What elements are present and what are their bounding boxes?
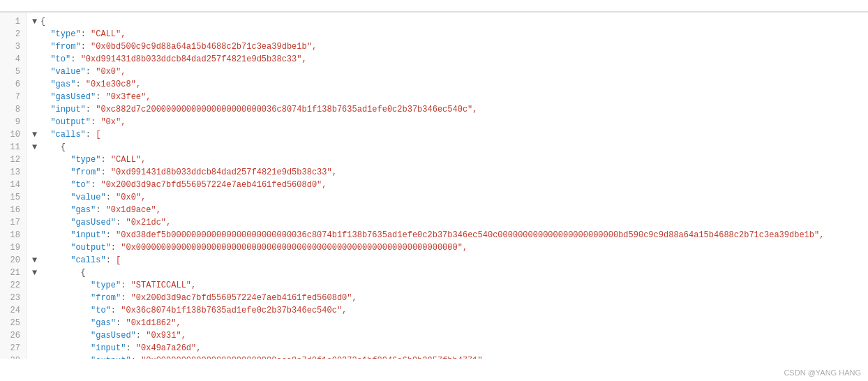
toggle-placeholder (32, 91, 39, 103)
json-value: "0x3fee", (106, 91, 151, 103)
line-number: 25 (6, 317, 20, 329)
json-key: "calls" (70, 254, 105, 267)
indent-space (40, 53, 50, 66)
json-key: "output" (91, 354, 131, 359)
code-line: "from": "0x200d3d9ac7bfd556057224e7aeb41… (32, 292, 862, 304)
line-number: 3 (6, 40, 20, 53)
json-value: "0x0bd500c9c9d88a64a15b4688c2b71c3ea39db… (91, 40, 317, 53)
line-number: 19 (6, 241, 20, 254)
line-number: 9 (6, 116, 20, 128)
json-key: "gas" (70, 204, 96, 216)
indent-space (40, 128, 50, 141)
json-colon: : (86, 66, 96, 78)
toggle-placeholder (32, 354, 39, 359)
code-line: "gas": "0x1d9ace", (32, 204, 862, 216)
line-number: 11 (6, 141, 20, 154)
code-line: "input": "0xc882d7c200000000000000000000… (32, 103, 862, 116)
json-value: "0x21dc", (126, 216, 171, 229)
line-number: 1 (6, 15, 20, 28)
json-bracket: { (81, 267, 86, 279)
json-colon: : (111, 241, 121, 254)
line-number: 23 (6, 292, 20, 304)
toggle-placeholder (32, 329, 39, 342)
json-colon: : (70, 53, 80, 66)
indent-space (40, 78, 50, 91)
line-number: 6 (6, 78, 20, 91)
indent-space (40, 166, 70, 179)
line-number: 22 (6, 279, 20, 292)
indent-space (40, 154, 70, 166)
toggle-icon[interactable]: ▼ (32, 141, 39, 154)
indent-space (40, 103, 50, 116)
indent-space (40, 116, 50, 128)
json-colon: : (116, 216, 126, 229)
toggle-placeholder (32, 103, 39, 116)
json-value: "0x000000000000000000000000aca8c7d0f1e90… (141, 354, 483, 359)
toggle-icon[interactable]: ▼ (32, 267, 39, 279)
json-key: "output" (70, 241, 111, 254)
json-key: "type" (70, 154, 100, 166)
json-value: "0xd991431d8b033ddcb84dad257f4821e9d5b38… (81, 53, 307, 66)
json-key: "calls" (50, 128, 85, 141)
indent-space (40, 329, 91, 342)
code-line: "type": "CALL", (32, 154, 862, 166)
line-numbers: 1234567891011121314151617181920212223242… (0, 13, 27, 359)
line-number: 15 (6, 191, 20, 204)
toggle-placeholder (32, 66, 39, 78)
toggle-placeholder (32, 179, 39, 191)
toggle-placeholder (32, 216, 39, 229)
code-line: "gasUsed": "0x931", (32, 329, 862, 342)
code-line: "gas": "0x1e30c8", (32, 78, 862, 91)
code-line: ▼ { (32, 15, 862, 28)
code-line: "gas": "0x1d1862", (32, 317, 862, 329)
json-colon: : (131, 354, 141, 359)
toggle-placeholder (32, 229, 39, 241)
toggle-placeholder (32, 292, 39, 304)
json-colon: : (106, 229, 116, 241)
json-value: "0x0", (116, 191, 146, 204)
code-line: ▼ { (32, 267, 862, 279)
toggle-placeholder (32, 28, 39, 40)
indent-space (40, 354, 91, 359)
json-key: "to" (50, 53, 70, 66)
toggle-placeholder (32, 317, 39, 329)
json-colon: : (86, 128, 96, 141)
json-value: "CALL", (91, 28, 126, 40)
line-number: 14 (6, 179, 20, 191)
indent-space (40, 141, 61, 154)
json-colon: : (116, 317, 126, 329)
json-key: "from" (70, 166, 100, 179)
json-colon: : (100, 166, 110, 179)
json-colon: : (91, 179, 100, 191)
code-line: "gasUsed": "0x21dc", (32, 216, 862, 229)
indent-space (40, 317, 91, 329)
json-colon: : (121, 292, 130, 304)
indent-space (40, 40, 50, 53)
toggle-icon[interactable]: ▼ (32, 128, 39, 141)
line-number: 26 (6, 329, 20, 342)
toggle-placeholder (32, 116, 39, 128)
json-key: "type" (91, 279, 121, 292)
toggle-placeholder (32, 166, 39, 179)
code-content: ▼ { "type": "CALL", "from": "0x0bd500c9c… (27, 13, 868, 359)
json-value: "0x931", (146, 329, 186, 342)
json-value: "STATICCALL", (131, 279, 197, 292)
toggle-placeholder (32, 191, 39, 204)
toggle-placeholder (32, 204, 39, 216)
json-value: [ (116, 254, 121, 267)
toggle-icon[interactable]: ▼ (32, 15, 39, 28)
line-number: 13 (6, 166, 20, 179)
indent-space (40, 342, 91, 354)
indent-space (40, 267, 81, 279)
line-number: 7 (6, 91, 20, 103)
line-number: 4 (6, 53, 20, 66)
indent-space (40, 204, 70, 216)
json-key: "value" (70, 191, 105, 204)
indent-space (40, 279, 91, 292)
json-colon: : (136, 329, 146, 342)
code-line: "output": "0x000000000000000000000000000… (32, 241, 862, 254)
toggle-placeholder (32, 241, 39, 254)
toggle-icon[interactable]: ▼ (32, 254, 39, 267)
json-key: "from" (50, 40, 80, 53)
json-value: "0x49a7a26d", (136, 342, 202, 354)
